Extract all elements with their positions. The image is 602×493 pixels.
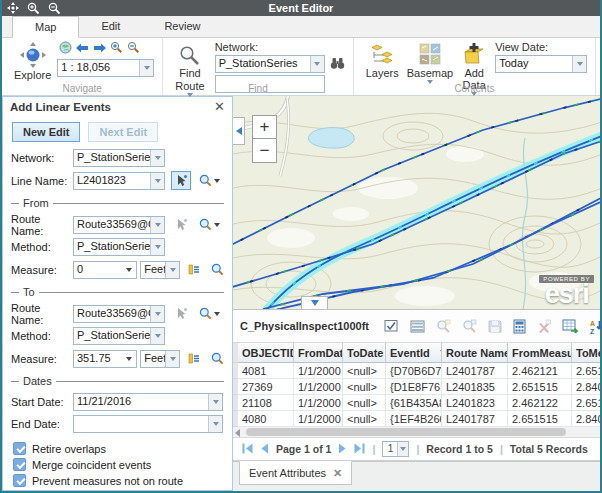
map-zoom-out-button[interactable]: − [252,139,277,163]
select-to-route-on-map-icon[interactable] [171,304,191,323]
to-unit-dropdown-button[interactable] [165,351,179,367]
binoculars-icon[interactable] [330,57,345,71]
tab-event-attributes[interactable]: Event Attributes ✕ [239,461,352,485]
map-scale-combo[interactable]: 1 : 18,056 [57,59,154,77]
column-header[interactable]: FromMeasure [508,343,572,363]
map-zoom-in-button[interactable]: + [252,115,277,139]
zoom-to-line-icon[interactable] [199,174,220,187]
line-name-dropdown-button[interactable] [150,173,164,189]
map-scale-dropdown-button[interactable] [139,60,153,76]
collapse-table-button[interactable] [301,296,328,309]
end-date-dropdown-button[interactable] [208,416,222,432]
to-method-combo[interactable]: P_StationSeries [73,327,165,345]
panel-close-icon[interactable]: ✕ [214,102,225,112]
select-line-on-map-icon[interactable] [171,171,191,190]
column-header[interactable]: Route Name [442,343,508,363]
to-measure-locate-icon[interactable] [186,349,203,368]
network-dropdown-button[interactable] [150,150,164,166]
view-date-dropdown-button[interactable] [572,56,586,72]
column-header[interactable]: OBJECTID [238,343,294,363]
tab-map[interactable]: Map [12,16,79,38]
first-page-button[interactable] [242,443,253,456]
to-unit-combo[interactable]: Feet [140,350,180,368]
column-header[interactable]: ToMeasure [572,343,600,363]
zoom-to-from-route-icon[interactable] [199,218,220,231]
from-route-dropdown-button[interactable] [150,217,164,233]
measure-label: Measure: [11,264,73,276]
table-row[interactable]: 40801/1/2000 <null>{1EF4B260-F0 L2401787… [233,411,600,427]
zoom-in-icon[interactable] [27,2,40,15]
chevron-down-icon [214,312,220,316]
network-combo[interactable]: P_StationSeries [73,149,165,167]
prevent-measures-checkbox[interactable] [13,474,26,487]
pan-to-selected-icon[interactable] [462,319,477,333]
find-network-dropdown-button[interactable] [310,56,324,72]
view-date-combo[interactable]: Today [495,55,587,73]
table-row[interactable]: 273691/1/2000 <null>{D1E8F76D-F L2401835… [233,379,600,395]
from-measure-locate-icon[interactable] [186,260,203,279]
zoom-to-selected-icon[interactable] [436,319,451,333]
retire-overlaps-checkbox[interactable] [13,442,26,455]
selection-filter-icon[interactable] [384,319,399,333]
full-extent-icon[interactable] [59,41,72,56]
from-unit-dropdown-button[interactable] [165,262,179,278]
zoom-to-to-route-icon[interactable] [199,307,220,320]
find-network-combo[interactable]: P_StationSeries [215,55,325,73]
zoom-to-from-measure-icon[interactable] [211,263,224,276]
next-edit-button[interactable]: Next Edit [88,122,158,142]
to-route-name-combo[interactable]: Route33569@Cent [73,305,165,323]
explore-button[interactable]: Explore [10,41,55,82]
to-measure-dropdown-button[interactable] [122,351,136,367]
layers-button[interactable]: Layers [362,41,403,80]
ribbon-zoom-out-icon[interactable] [127,41,140,56]
column-header[interactable]: EventId [386,343,442,363]
previous-extent-icon[interactable] [76,43,89,55]
attribute-table: OBJECTID FromDate ToDate EventId Route N… [233,343,600,427]
tab-edit[interactable]: Edit [79,16,142,37]
page-select[interactable]: 1 [382,441,409,457]
prev-page-button[interactable] [260,443,269,456]
ribbon-zoom-in-icon[interactable] [110,41,123,56]
new-edit-button[interactable]: New Edit [12,122,80,142]
delete-selected-icon[interactable] [537,319,551,333]
collapse-panel-button[interactable] [233,117,245,145]
scroll-left-icon[interactable] [235,429,240,437]
tab-review[interactable]: Review [142,16,222,37]
line-name-combo[interactable]: L2401823 [73,172,165,190]
next-extent-icon[interactable] [93,43,106,55]
basemap-button[interactable]: Basemap [403,41,457,85]
from-unit-combo[interactable]: Feet [140,261,180,279]
scrollbar-thumb[interactable] [246,428,566,436]
table-row[interactable]: 211081/1/2000 <null>{61B435A8-32 L240182… [233,395,600,411]
show-all-records-icon[interactable] [410,320,425,333]
to-route-dropdown-button[interactable] [150,306,164,322]
save-icon[interactable] [488,319,502,333]
close-tab-icon[interactable]: ✕ [333,467,342,480]
zoom-out-icon[interactable] [48,2,61,15]
zoom-to-to-measure-icon[interactable] [211,352,224,365]
map-view[interactable]: + − POWERED BY esri [233,96,600,310]
from-method-combo[interactable]: P_StationSeries [73,238,165,256]
calculator-icon[interactable] [513,319,526,334]
end-date-combo[interactable] [73,415,223,433]
from-measure-dropdown-button[interactable] [122,262,136,278]
to-measure-combo[interactable]: 351.75 [73,350,137,368]
select-from-route-on-map-icon[interactable] [171,215,191,234]
column-header[interactable]: ToDate [343,343,386,363]
from-measure-combo[interactable]: 0 [73,261,137,279]
table-row[interactable]: 40811/1/2000 <null>{D70B6D72-3 L24017872… [233,363,600,379]
chevron-down-icon [170,357,176,361]
start-date-combo[interactable]: 11/21/2016 [73,393,223,411]
pan-icon[interactable] [7,2,19,14]
merge-coincident-events-checkbox[interactable] [13,458,26,471]
add-records-icon[interactable] [562,319,578,333]
start-date-dropdown-button[interactable] [208,394,222,410]
to-method-dropdown-button[interactable] [150,328,164,344]
from-method-dropdown-button[interactable] [150,239,164,255]
sort-icon[interactable]: AZ [589,319,602,334]
column-header[interactable]: FromDate [294,343,343,363]
last-page-button[interactable] [354,443,365,456]
horizontal-scrollbar[interactable] [233,427,600,438]
next-page-button[interactable] [338,443,347,456]
from-route-name-combo[interactable]: Route33569@Cent [73,216,165,234]
